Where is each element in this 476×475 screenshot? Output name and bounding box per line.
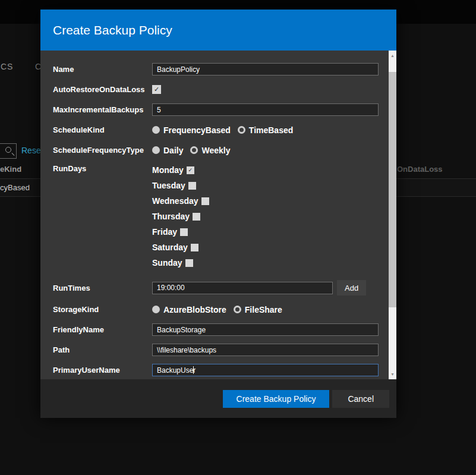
storage-kind-row: StorageKind AzureBlobStore FileShare — [53, 303, 396, 316]
create-backup-policy-button[interactable]: Create Backup Policy — [223, 390, 330, 408]
max-incremental-row: MaxIncrementalBackups — [53, 103, 396, 116]
auto-restore-checkbox[interactable]: ✓ — [152, 85, 161, 94]
background-search-input[interactable] — [0, 143, 17, 159]
schedule-kind-row: ScheduleKind FrequencyBased TimeBased — [53, 124, 396, 136]
day-row-monday: Monday ✓ — [152, 164, 209, 176]
auto-restore-row: AutoRestoreOnDataLoss ✓ — [53, 83, 396, 96]
background-column-header-fragment: OnDataLoss — [397, 165, 443, 174]
check-icon: ✓ — [188, 168, 193, 173]
monday-label: Monday — [152, 165, 184, 175]
cancel-button[interactable]: Cancel — [332, 390, 389, 408]
scroll-up-icon: ▲ — [390, 54, 395, 58]
friday-label: Friday — [152, 227, 177, 237]
dialog-body: Name AutoRestoreOnDataLoss ✓ MaxIncremen… — [40, 51, 396, 379]
name-row: Name — [53, 63, 396, 76]
wednesday-label: Wednesday — [152, 196, 198, 206]
day-row-sunday: Sunday ✓ — [152, 257, 209, 269]
create-backup-policy-dialog: Create Backup Policy Name AutoRestoreOnD… — [40, 10, 396, 418]
wednesday-checkbox[interactable]: ✓ — [201, 197, 209, 205]
path-label: Path — [53, 345, 152, 354]
day-row-thursday: Thursday ✓ — [152, 210, 209, 222]
primary-username-input[interactable] — [152, 364, 379, 376]
tuesday-checkbox[interactable]: ✓ — [188, 182, 196, 190]
path-row: Path — [53, 344, 396, 356]
dialog-scrollbar[interactable]: ▲ ▼ — [389, 51, 396, 379]
run-times-label: RunTimes — [53, 284, 152, 292]
friendly-name-input[interactable] — [152, 323, 379, 336]
text-caret — [193, 366, 194, 374]
storage-kind-label: StorageKind — [53, 305, 152, 314]
path-input[interactable] — [152, 344, 379, 356]
sunday-checkbox[interactable]: ✓ — [185, 259, 193, 267]
primary-username-label: PrimaryUserName — [53, 366, 152, 375]
day-row-tuesday: Tuesday ✓ — [152, 180, 209, 191]
schedule-kind-frequencybased-label: FrequencyBased — [163, 125, 231, 135]
scroll-up-button[interactable]: ▲ — [389, 51, 396, 61]
frequency-weekly-radio[interactable] — [190, 146, 198, 154]
auto-restore-label: AutoRestoreOnDataLoss — [53, 85, 152, 94]
run-days-row: RunDays Monday ✓ Tuesday ✓ Wednesday ✓ T… — [53, 164, 396, 272]
schedule-kind-label: ScheduleKind — [53, 125, 152, 134]
friendly-name-label: FriendlyName — [53, 325, 152, 334]
sunday-label: Sunday — [152, 258, 182, 268]
storage-fileshare-radio[interactable] — [234, 306, 241, 313]
friday-checkbox[interactable]: ✓ — [180, 228, 188, 236]
friendly-name-row: FriendlyName — [53, 323, 396, 336]
primary-username-row: PrimaryUserName — [53, 364, 396, 376]
storage-azureblobstore-label: AzureBlobStore — [163, 305, 226, 314]
scrollbar-thumb[interactable] — [389, 72, 396, 307]
max-incremental-input[interactable] — [152, 103, 379, 116]
dialog-title: Create Backup Policy — [53, 23, 172, 37]
saturday-checkbox[interactable]: ✓ — [191, 244, 198, 251]
name-label: Name — [53, 65, 152, 74]
schedule-frequency-row: ScheduleFrequencyType Daily Weekly — [53, 144, 396, 156]
dialog-header: Create Backup Policy — [40, 10, 396, 51]
schedule-kind-frequencybased-radio[interactable] — [152, 126, 160, 134]
schedule-kind-timebased-label: TimeBased — [249, 125, 293, 135]
thursday-checkbox[interactable]: ✓ — [193, 213, 200, 221]
schedule-kind-timebased-radio[interactable] — [238, 126, 245, 134]
frequency-weekly-label: Weekly — [201, 146, 230, 155]
thursday-label: Thursday — [152, 212, 190, 221]
day-row-saturday: Saturday ✓ — [152, 241, 209, 253]
run-times-row: RunTimes Add — [53, 280, 396, 295]
storage-azureblobstore-radio[interactable] — [152, 306, 160, 313]
add-run-time-button[interactable]: Add — [337, 280, 366, 295]
tuesday-label: Tuesday — [152, 181, 185, 190]
background-tab-fragment: CS — [1, 62, 13, 71]
run-days-label: RunDays — [53, 164, 152, 173]
scroll-down-icon: ▼ — [390, 372, 395, 376]
saturday-label: Saturday — [152, 243, 188, 252]
name-input[interactable] — [152, 63, 379, 76]
day-row-wednesday: Wednesday ✓ — [152, 195, 209, 207]
scroll-down-button[interactable]: ▼ — [389, 369, 396, 379]
day-row-friday: Friday ✓ — [152, 226, 209, 238]
schedule-frequency-label: ScheduleFrequencyType — [53, 146, 152, 155]
storage-fileshare-label: FileShare — [245, 305, 282, 314]
frequency-daily-radio[interactable] — [152, 146, 160, 154]
background-cell-fragment: cyBased — [0, 183, 30, 192]
background-column-header-fragment: eKind — [0, 165, 21, 174]
monday-checkbox[interactable]: ✓ — [187, 166, 194, 174]
max-incremental-label: MaxIncrementalBackups — [53, 105, 152, 114]
frequency-daily-label: Daily — [163, 146, 183, 155]
search-icon — [5, 147, 11, 153]
run-times-input[interactable] — [152, 282, 333, 294]
check-icon: ✓ — [154, 86, 159, 93]
dialog-footer: Create Backup Policy Cancel — [40, 379, 396, 418]
